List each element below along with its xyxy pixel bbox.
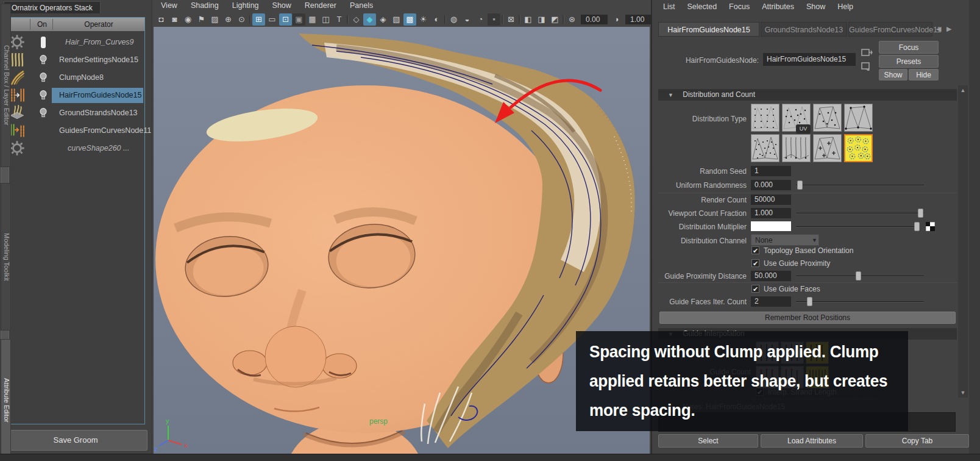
zoom-select-icon[interactable]: ⊙ — [235, 13, 248, 26]
enable-bulb-icon[interactable] — [38, 90, 48, 101]
uniform-randomness-slider[interactable] — [796, 185, 924, 186]
safe-title-icon[interactable]: T — [333, 13, 346, 26]
distribution-type-face-center[interactable] — [813, 134, 842, 162]
operator-row[interactable]: RenderSettingsNode15 — [7, 51, 144, 69]
image-plane-icon[interactable]: ▨ — [208, 13, 221, 26]
viewport-menu-item[interactable]: View — [161, 0, 177, 12]
guides-from-curves-icon[interactable] — [9, 123, 25, 138]
render-count-field[interactable]: 50000 — [751, 195, 791, 205]
operator-row[interactable]: ClumpNode8 — [7, 69, 144, 87]
attribute-editor-menu-item[interactable]: Selected — [687, 1, 717, 13]
operator-label[interactable]: Hair_From_Curves9 — [65, 34, 134, 51]
operator-row[interactable]: Hair_From_Curves9 — [7, 34, 144, 51]
operator-row[interactable]: GroundStrandsNode13 — [7, 104, 144, 122]
use-guide-faces-checkbox[interactable]: ✔ — [751, 285, 759, 293]
toolbar-separator[interactable] — [346, 13, 349, 26]
distribution-type-guides[interactable] — [782, 134, 811, 162]
distribution-type-even[interactable] — [751, 104, 779, 132]
viewport-count-fraction-slider-handle[interactable] — [918, 209, 923, 218]
plugin-shapes-icon[interactable]: ▪ — [488, 13, 500, 26]
viewport-menu-item[interactable]: Renderer — [305, 0, 336, 12]
xray-icon[interactable]: ◧ — [522, 13, 534, 26]
uniform-randomness-field[interactable]: 0.000 — [751, 180, 791, 190]
film-gate-icon[interactable]: ▭ — [266, 13, 279, 26]
toolbar-separator[interactable] — [518, 13, 521, 26]
enable-bulb-icon[interactable] — [38, 107, 48, 119]
random-seed-field[interactable]: 1 — [751, 166, 791, 176]
operator-label[interactable]: curveShape260 ... — [68, 140, 129, 157]
viewport-menu-item[interactable]: Shading — [191, 0, 219, 12]
copy-tab-button[interactable]: Copy Tab — [865, 434, 969, 448]
operator-label[interactable]: GuidesFromCurvesNode11 — [59, 122, 151, 140]
guide-faces-iter-count-slider-handle[interactable] — [807, 297, 812, 306]
curve-shape-icon[interactable] — [41, 37, 46, 48]
save-groom-button[interactable]: Save Groom — [4, 430, 147, 451]
topology-based-orientation-checkbox[interactable]: ✔ — [751, 246, 759, 254]
focus-button[interactable]: Focus — [879, 41, 939, 54]
wire-on-shaded-icon[interactable]: ◩ — [549, 13, 561, 26]
clump-icon[interactable] — [9, 70, 25, 85]
tab-guidesfromcurvesnode11[interactable]: GuidesFromCurvesNode11 — [848, 22, 932, 37]
tab-channel-box-layer-editor[interactable]: Channel Box / Layer Editor — [1, 4, 11, 167]
tab-attribute-editor[interactable]: Attribute Editor — [1, 339, 11, 461]
section-distribution-and-count[interactable]: ▼ Distribution and Count — [658, 89, 957, 101]
wireframe-icon[interactable]: ◇ — [350, 13, 363, 26]
camera-lock-icon[interactable]: ◙ — [168, 13, 181, 26]
operator-row[interactable]: curveShape260 ... — [7, 140, 144, 157]
tab-scroll-left-icon[interactable]: ◀ — [936, 25, 941, 33]
checker-icon[interactable]: ▩ — [403, 13, 416, 26]
load-attributes-button[interactable]: Load Attributes — [761, 434, 863, 448]
operator-label[interactable]: GroundStrandsNode13 — [59, 104, 138, 122]
remember-root-positions-button[interactable]: Remember Root Positions — [659, 312, 956, 324]
distribution-type-random-face[interactable] — [813, 104, 842, 132]
exposure-field[interactable]: 0.00 — [581, 15, 608, 24]
incoming-connection-icon[interactable] — [861, 48, 873, 57]
guide-faces-iter-count-slider[interactable] — [796, 301, 924, 302]
attribute-editor-scrollbar[interactable] — [958, 85, 968, 398]
enable-bulb-icon[interactable] — [38, 54, 48, 66]
viewport-menu-item[interactable]: Lighting — [232, 0, 259, 12]
ambient-occlusion-icon[interactable]: ◍ — [447, 13, 460, 26]
distribution-multiplier-slider[interactable] — [796, 226, 915, 227]
guide-proximity-distance-slider-handle[interactable] — [856, 271, 861, 281]
distribution-multiplier-slider-handle[interactable] — [914, 222, 920, 231]
safe-action-icon[interactable]: ◫ — [319, 13, 332, 26]
pan-zoom-icon[interactable]: ⊕ — [222, 13, 235, 26]
tab-hairfromguidesnode15[interactable]: HairFromGuidesNode15 — [658, 22, 759, 37]
show-button[interactable]: Show — [879, 69, 907, 80]
render-settings-icon[interactable] — [9, 52, 25, 68]
flat-shade-icon[interactable]: ◈ — [377, 13, 389, 26]
field-chart-icon[interactable]: ▦ — [306, 13, 319, 26]
operator-label[interactable]: HairFromGuidesNode15 — [59, 87, 141, 104]
uniform-randomness-slider-handle[interactable] — [797, 180, 803, 190]
outgoing-connection-icon[interactable] — [861, 61, 873, 71]
depth-of-field-icon[interactable]: ◔ — [474, 13, 487, 26]
scroll-down-icon[interactable]: ▼ — [958, 388, 968, 397]
guide-faces-iter-count-field[interactable]: 2 — [751, 296, 791, 307]
camera-attributes-icon[interactable]: ◉ — [182, 13, 194, 26]
distribution-type-vertex[interactable] — [844, 104, 873, 132]
distribution-multiplier-swatch[interactable] — [751, 221, 791, 231]
toolbar-separator[interactable] — [444, 13, 447, 26]
hair-from-guides-icon[interactable] — [9, 87, 25, 103]
camera-icon[interactable]: ◘ — [155, 13, 168, 26]
distribution-channel-dropdown[interactable]: None ▼ — [751, 234, 819, 246]
presets-button[interactable]: Presets — [879, 55, 939, 68]
enable-bulb-icon[interactable] — [38, 72, 48, 84]
bookmark-icon[interactable]: ⚑ — [195, 13, 208, 26]
isolate-select-icon[interactable]: ⊠ — [505, 13, 517, 26]
viewport-menu-item[interactable]: Panels — [350, 0, 373, 12]
ornatrix-panel-tab[interactable]: Ornatrix Operators Stack — [4, 1, 101, 13]
select-button[interactable]: Select — [658, 434, 758, 448]
operator-row[interactable]: GuidesFromCurvesNode11 — [7, 122, 144, 140]
attribute-editor-menu-item[interactable]: Focus — [729, 1, 750, 13]
distribution-type-uniform-selected[interactable] — [844, 134, 873, 162]
viewport-menu-item[interactable]: Show — [272, 0, 291, 12]
grid-icon[interactable]: ⊞ — [252, 13, 265, 26]
shadows-icon[interactable]: ◐ — [430, 13, 443, 26]
viewport-count-fraction-slider[interactable] — [796, 213, 924, 214]
tab-groundstrandsnode13[interactable]: GroundStrandsNode13 — [761, 22, 847, 37]
operator-label[interactable]: RenderSettingsNode15 — [59, 51, 138, 69]
attribute-editor-menu-item[interactable]: Help — [837, 1, 853, 13]
use-guide-proximity-checkbox[interactable]: ✔ — [751, 259, 759, 267]
